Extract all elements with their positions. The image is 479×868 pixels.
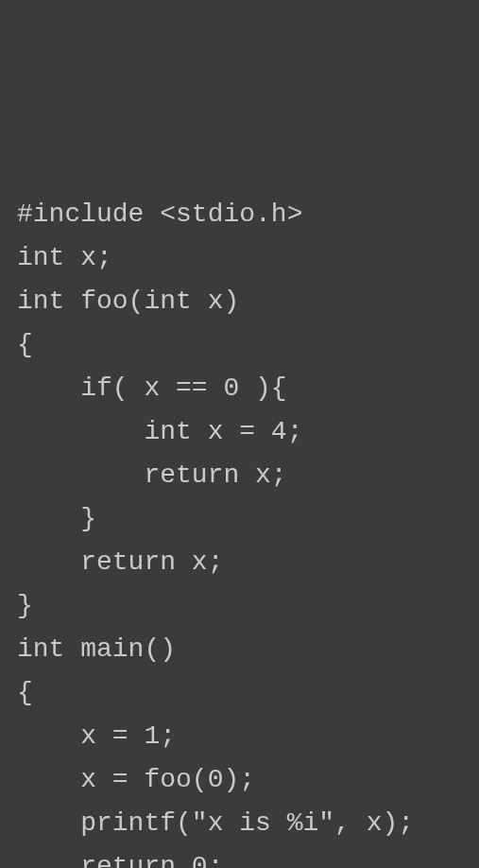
code-line: { bbox=[17, 323, 462, 367]
code-block: #include <stdio.h>int x;int foo(int x){ … bbox=[17, 193, 462, 868]
code-line: int x = 4; bbox=[17, 410, 462, 454]
code-line: { bbox=[17, 671, 462, 715]
code-line: x = 1; bbox=[17, 715, 462, 758]
code-line: } bbox=[17, 584, 462, 628]
code-line: #include <stdio.h> bbox=[17, 193, 462, 236]
code-line: if( x == 0 ){ bbox=[17, 367, 462, 410]
code-line: int x; bbox=[17, 236, 462, 280]
code-line: return x; bbox=[17, 541, 462, 584]
code-line: return x; bbox=[17, 454, 462, 497]
code-line: return 0; bbox=[17, 845, 462, 868]
code-line: int main() bbox=[17, 628, 462, 671]
code-line: } bbox=[17, 497, 462, 541]
code-line: printf("x is %i", x); bbox=[17, 802, 462, 845]
code-line: x = foo(0); bbox=[17, 758, 462, 802]
code-line: int foo(int x) bbox=[17, 280, 462, 323]
